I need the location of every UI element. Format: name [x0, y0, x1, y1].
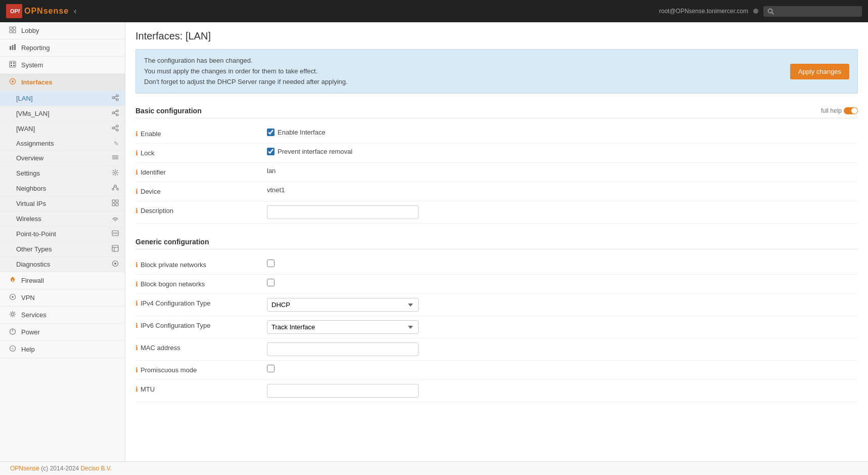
svg-point-25: [116, 114, 118, 116]
enable-info-icon[interactable]: ℹ: [135, 130, 138, 138]
device-info-icon[interactable]: ℹ: [135, 188, 138, 195]
sidebar-item-services[interactable]: Services: [0, 307, 125, 324]
alert-line3: Don't forget to adjust the DHCP Server r…: [144, 77, 348, 88]
alert-banner: The configuration has been changed. You …: [135, 49, 858, 94]
sidebar-sub-item-neighbors[interactable]: Neighbors: [0, 181, 125, 196]
sidebar-sub-item-vms-lan[interactable]: [VMs_LAN]: [0, 106, 125, 121]
block-bogon-info-icon[interactable]: ℹ: [135, 280, 138, 288]
mtu-row: ℹ MTU: [135, 380, 858, 402]
sidebar-item-firewall-label: Firewall: [21, 277, 44, 284]
sidebar-sub-overview-label: Overview: [16, 154, 43, 162]
block-private-info-icon[interactable]: ℹ: [135, 261, 138, 269]
sidebar-item-system[interactable]: System: [0, 57, 125, 74]
promiscuous-info-icon[interactable]: ℹ: [135, 366, 138, 374]
help-toggle-switch[interactable]: [844, 107, 858, 114]
ipv6-type-info-icon[interactable]: ℹ: [135, 322, 138, 329]
sidebar-sub-item-assignments[interactable]: Assignments ✎: [0, 137, 125, 151]
enable-checkbox[interactable]: [267, 128, 275, 136]
svg-rect-6: [10, 30, 12, 33]
sidebar-item-firewall[interactable]: Firewall: [0, 272, 125, 289]
full-help-toggle[interactable]: full help: [821, 107, 858, 114]
search-icon: [767, 8, 774, 15]
sidebar-sub-item-point-to-point[interactable]: Point-to-Point: [0, 227, 125, 242]
svg-rect-8: [10, 46, 11, 50]
layout: Lobby Reporting System: [0, 22, 868, 461]
ipv6-type-select[interactable]: None Static IPv6 DHCPv6 SLAAC 6RD Track …: [267, 320, 419, 334]
description-info-icon[interactable]: ℹ: [135, 207, 138, 214]
logo-wordmark: OPNsense: [24, 7, 69, 16]
sidebar-item-lobby[interactable]: Lobby: [0, 22, 125, 39]
identifier-info-icon[interactable]: ℹ: [135, 168, 138, 176]
svg-rect-10: [14, 44, 16, 50]
lan-sub-icon: [112, 94, 119, 103]
sidebar-sub-item-other-types[interactable]: Other Types: [0, 242, 125, 257]
mtu-info-icon[interactable]: ℹ: [135, 385, 138, 393]
svg-point-24: [116, 110, 118, 112]
svg-point-37: [114, 185, 116, 187]
lock-checkbox[interactable]: [267, 148, 275, 155]
footer-copyright: (c) 2014-2024: [39, 465, 80, 472]
sidebar-item-power[interactable]: Power: [0, 324, 125, 341]
svg-point-56: [12, 296, 14, 298]
search-input[interactable]: [777, 8, 858, 15]
sidebar-item-interfaces[interactable]: Interfaces: [0, 74, 125, 91]
promiscuous-checkbox[interactable]: [267, 365, 275, 372]
other-types-sub-icon: [112, 245, 119, 253]
mtu-label: ℹ MTU: [135, 384, 267, 393]
svg-point-23: [112, 112, 114, 114]
lock-checkbox-label: Prevent interface removal: [278, 148, 352, 155]
vms-lan-sub-icon: [112, 109, 119, 118]
mtu-value: [267, 384, 858, 398]
lock-info-icon[interactable]: ℹ: [135, 149, 138, 157]
description-input[interactable]: [267, 205, 419, 219]
ipv4-type-select[interactable]: None Static IPv4 DHCP PPPoE PPTP OpenVPN…: [267, 298, 419, 312]
apply-changes-button[interactable]: Apply changes: [790, 64, 849, 79]
topnav-username: root@OPNsense.tonimercer.com: [659, 8, 748, 15]
block-private-checkbox[interactable]: [267, 260, 275, 267]
description-row: ℹ Description: [135, 201, 858, 224]
sidebar-item-reporting[interactable]: Reporting: [0, 39, 125, 57]
svg-rect-40: [112, 200, 115, 202]
promiscuous-label: ℹ Promiscuous mode: [135, 365, 267, 374]
page-title: Interfaces: [LAN]: [135, 30, 858, 42]
enable-row: ℹ Enable Enable Interface: [135, 124, 858, 144]
svg-text:OPN: OPN: [10, 8, 20, 14]
footer-company-link[interactable]: Deciso B.V.: [80, 465, 112, 472]
reporting-icon: [8, 44, 17, 52]
sidebar-sub-assignments-label: Assignments: [16, 140, 54, 147]
svg-point-29: [116, 125, 118, 127]
identifier-label: ℹ Identifier: [135, 167, 267, 176]
sidebar-sub-item-wireless[interactable]: Wireless: [0, 211, 125, 227]
block-bogon-checkbox[interactable]: [267, 279, 275, 286]
generic-config-header: Generic configuration: [135, 234, 858, 249]
footer-brand-link[interactable]: OPNsense: [10, 465, 39, 472]
description-label: ℹ Description: [135, 205, 267, 214]
sidebar-item-vpn[interactable]: VPN: [0, 289, 125, 307]
device-value: vtnet1: [267, 186, 858, 194]
sidebar-item-help[interactable]: ? Help: [0, 341, 125, 358]
sidebar-sub-item-overview[interactable]: Overview: [0, 151, 125, 166]
svg-point-44: [115, 221, 116, 222]
sidebar-sub-item-virtual-ips[interactable]: Virtual IPs: [0, 196, 125, 211]
sidebar-item-reporting-label: Reporting: [21, 44, 50, 52]
lock-row: ℹ Lock Prevent interface removal: [135, 144, 858, 163]
alert-line1: The configuration has been changed.: [144, 56, 348, 66]
block-bogon-row: ℹ Block bogon networks: [135, 275, 858, 294]
identifier-row: ℹ Identifier lan: [135, 163, 858, 182]
wan-sub-icon: [112, 124, 119, 133]
neighbors-sub-icon: [112, 184, 119, 193]
ipv4-type-info-icon[interactable]: ℹ: [135, 299, 138, 307]
sidebar-item-help-label: Help: [21, 346, 35, 353]
sidebar-sub-item-diagnostics[interactable]: Diagnostics: [0, 257, 125, 272]
sidebar-sub-item-wan[interactable]: [WAN]: [0, 121, 125, 137]
mac-input[interactable]: [267, 342, 419, 356]
topnav-search[interactable]: [763, 6, 862, 17]
footer: OPNsense (c) 2014-2024 Deciso B.V.: [0, 461, 868, 475]
sidebar-sub-item-settings[interactable]: Settings: [0, 166, 125, 181]
sidebar-sub-item-lan[interactable]: [LAN]: [0, 91, 125, 106]
mtu-input[interactable]: [267, 384, 419, 398]
sidebar-item-lobby-label: Lobby: [21, 27, 39, 34]
sidebar-toggle[interactable]: ‹: [74, 7, 76, 16]
mac-info-icon[interactable]: ℹ: [135, 344, 138, 352]
sidebar-item-services-label: Services: [21, 311, 47, 319]
